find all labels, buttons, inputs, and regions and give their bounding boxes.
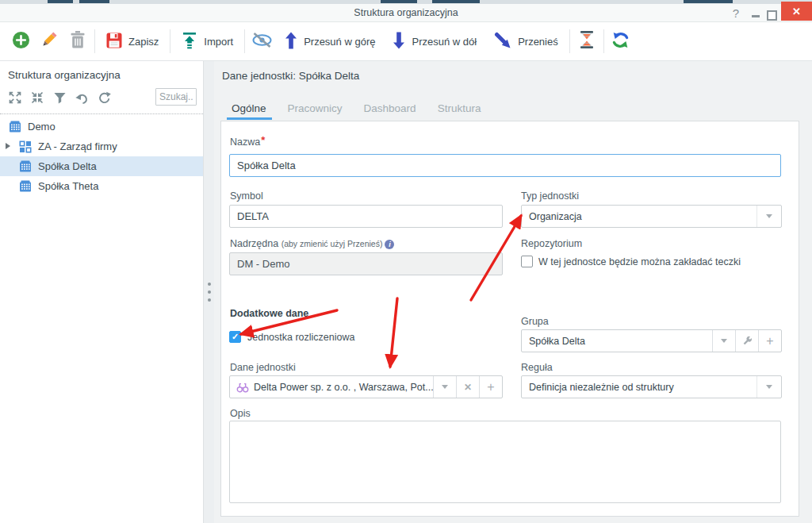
nadrzedna-input: [229, 252, 503, 275]
org-tree: Demo ZA - Zarząd firmy Spółka Delta Sp: [0, 117, 203, 196]
tab-ogolne[interactable]: Ogólne: [232, 102, 266, 117]
opis-label: Opis: [230, 408, 251, 419]
toolbar: Zapisz Import Przesuń w górę Przesuń w d: [0, 22, 812, 61]
help-button[interactable]: ?: [733, 5, 739, 22]
move-down-label: Przesuń w dół: [412, 36, 477, 48]
move-button[interactable]: Przenieś: [485, 25, 567, 57]
dropdown-button[interactable]: [756, 206, 781, 227]
pencil-icon: [40, 30, 59, 52]
grupa-value: Spółka Delta: [522, 336, 712, 347]
dropdown-button[interactable]: [433, 376, 456, 398]
hourglass-button[interactable]: [573, 25, 601, 57]
dodatkowe-dane-header: Dodatkowe dane: [230, 308, 308, 319]
repozytorium-checkbox-label: W tej jednostce będzie można zakładać te…: [538, 256, 741, 267]
add-value-button[interactable]: +: [758, 330, 781, 352]
dropdown-button[interactable]: [712, 330, 735, 352]
chevron-down-icon: [721, 339, 727, 343]
delete-button[interactable]: [63, 25, 92, 57]
add-button[interactable]: [6, 25, 35, 57]
refresh-tree-button[interactable]: [95, 90, 113, 106]
nazwa-label: Nazwa*: [230, 136, 265, 148]
arrow-down-icon: [393, 32, 405, 52]
chevron-down-icon: [766, 385, 772, 389]
collapse-all-button[interactable]: [29, 90, 46, 106]
regula-select[interactable]: Definicja niezależnie od struktury: [521, 375, 782, 398]
orgchart-icon: [19, 140, 32, 153]
search-input[interactable]: [155, 88, 197, 106]
import-button[interactable]: Import: [173, 25, 242, 57]
building-icon: [19, 160, 32, 172]
expand-all-icon: [8, 90, 22, 105]
building-icon: [19, 180, 32, 192]
tree-item-spolka-theta[interactable]: Spółka Theta: [0, 176, 203, 196]
jednostka-rozliczeniowa-checkbox[interactable]: ✓: [229, 331, 241, 343]
filter-icon: [53, 91, 67, 105]
sidebar-divider: [0, 113, 203, 114]
tab-pracownicy[interactable]: Pracownicy: [288, 102, 343, 117]
move-up-button[interactable]: Przesuń w górę: [276, 25, 384, 57]
symbol-label: Symbol: [230, 190, 263, 202]
nadrzedna-label: Nadrzędna (aby zmienić użyj Przenieś)i: [230, 238, 394, 249]
toolbar-separator: [244, 29, 245, 53]
app-window: Struktura organizacyjna ? ✕ Zapisz: [0, 0, 812, 523]
typ-jednostki-label: Typ jednostki: [521, 190, 579, 202]
toolbar-separator: [603, 29, 604, 53]
maximize-button[interactable]: [767, 10, 777, 21]
nazwa-input[interactable]: [229, 154, 781, 177]
panel-title: Dane jednostki: Spółka Delta: [222, 70, 359, 82]
tab-dashboard[interactable]: Dashboard: [364, 102, 416, 117]
move-down-button[interactable]: Przesuń w dół: [384, 25, 485, 57]
floppy-icon: [106, 33, 122, 51]
sidebar: Struktura organizacyjna: [0, 61, 204, 523]
move-up-label: Przesuń w górę: [304, 36, 375, 48]
arrow-diagonal-icon: [494, 32, 511, 52]
tree-item-demo[interactable]: Demo: [0, 117, 203, 137]
undo-button[interactable]: [73, 90, 90, 106]
tree-item-za-zarzad-firmy[interactable]: ZA - Zarząd firmy: [0, 137, 203, 156]
chevron-right-icon[interactable]: [6, 143, 10, 149]
collapse-all-icon: [30, 90, 44, 105]
sidebar-toolbar: [6, 90, 113, 106]
refresh-tree-icon: [98, 91, 111, 105]
tree-item-spolka-delta[interactable]: Spółka Delta: [0, 156, 203, 176]
dane-jednostki-select[interactable]: Delta Power sp. z o.o. , Warszawa, Pot..…: [229, 375, 503, 398]
jednostka-rozliczeniowa-label: Jednostka rozliczeniowa: [247, 332, 355, 343]
close-button[interactable]: ✕: [781, 2, 812, 21]
add-value-button[interactable]: +: [479, 376, 502, 398]
window-title: Struktura organizacyjna: [0, 4, 812, 21]
symbol-input[interactable]: [229, 205, 503, 228]
typ-jednostki-select[interactable]: Organizacja: [521, 205, 782, 228]
refresh-button[interactable]: [607, 25, 635, 57]
tree-item-label: ZA - Zarząd firmy: [38, 140, 117, 152]
wrench-icon: [742, 336, 753, 346]
info-icon[interactable]: i: [385, 240, 394, 249]
hourglass-icon: [580, 31, 594, 52]
undo-icon: [75, 91, 89, 105]
refresh-icon: [611, 32, 630, 52]
preview-toggle-button[interactable]: [247, 25, 276, 57]
trash-icon: [70, 31, 86, 52]
sidebar-title: Struktura organizacyjna: [8, 69, 121, 81]
dane-jednostki-label: Dane jednostki: [230, 362, 296, 373]
expand-all-button[interactable]: [6, 90, 24, 106]
save-label: Zapisz: [128, 36, 159, 48]
opis-textarea[interactable]: [229, 421, 781, 503]
minimize-button[interactable]: [752, 15, 760, 17]
main-panel: Dane jednostki: Spółka Delta Ogólne Prac…: [214, 61, 812, 523]
dropdown-button[interactable]: [756, 376, 781, 398]
filter-button[interactable]: [51, 90, 68, 106]
configure-button[interactable]: [735, 330, 758, 352]
splitter-handle[interactable]: [204, 61, 214, 523]
arrow-up-icon: [285, 32, 297, 52]
repozytorium-checkbox[interactable]: [521, 256, 533, 267]
tree-item-label: Spółka Delta: [38, 160, 97, 172]
grupa-select[interactable]: Spółka Delta +: [521, 329, 782, 352]
save-button[interactable]: Zapisz: [98, 25, 167, 57]
edit-button[interactable]: [35, 25, 63, 57]
nadrzedna-hint: (aby zmienić użyj Przenieś): [282, 239, 383, 248]
clear-button[interactable]: ✕: [456, 376, 479, 398]
toolbar-separator: [94, 29, 95, 53]
tab-struktura[interactable]: Struktura: [438, 102, 481, 117]
tree-item-label: Spółka Theta: [38, 180, 98, 192]
form-card: Nazwa* Symbol Typ jednostki Organizacja …: [220, 121, 799, 517]
